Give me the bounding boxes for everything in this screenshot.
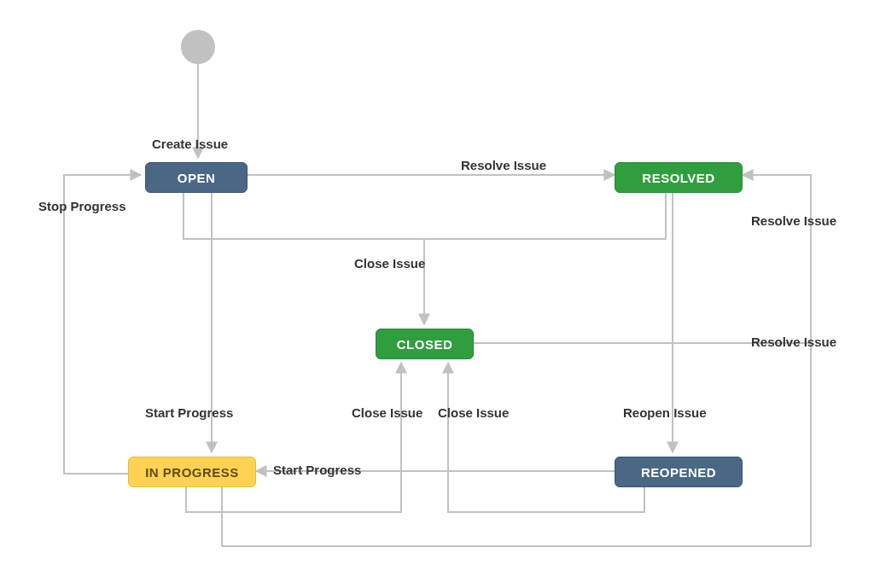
- workflow-diagram: OPEN RESOLVED CLOSED IN PROGRESS REOPENE…: [0, 0, 874, 588]
- state-open: OPEN: [145, 162, 248, 193]
- edge-label-start-progress-open: Start Progress: [145, 405, 233, 420]
- edge-label-close-open-resolved: Close Issue: [354, 256, 425, 271]
- state-closed: CLOSED: [376, 329, 474, 359]
- edge-label-close-reopened: Close Issue: [438, 405, 509, 420]
- edge-label-resolve-reopened: Resolve Issue: [751, 335, 836, 349]
- state-resolved: RESOLVED: [615, 162, 743, 193]
- edge-label-resolve-open: Resolve Issue: [461, 158, 546, 172]
- state-reopened: REOPENED: [615, 457, 743, 487]
- state-in-progress: IN PROGRESS: [128, 457, 256, 487]
- edge-label-resolve-inprogress: Resolve Issue: [751, 213, 836, 228]
- edge-label-close-inprogress: Close Issue: [352, 405, 422, 420]
- start-node: [181, 30, 215, 64]
- edge-label-start-progress-reopened: Start Progress: [273, 463, 361, 477]
- edge-label-stop-progress: Stop Progress: [38, 199, 126, 213]
- edge-label-reopen-issue: Reopen Issue: [623, 405, 707, 420]
- edge-label-create-issue: Create Issue: [152, 137, 228, 151]
- edges-layer: [0, 0, 874, 588]
